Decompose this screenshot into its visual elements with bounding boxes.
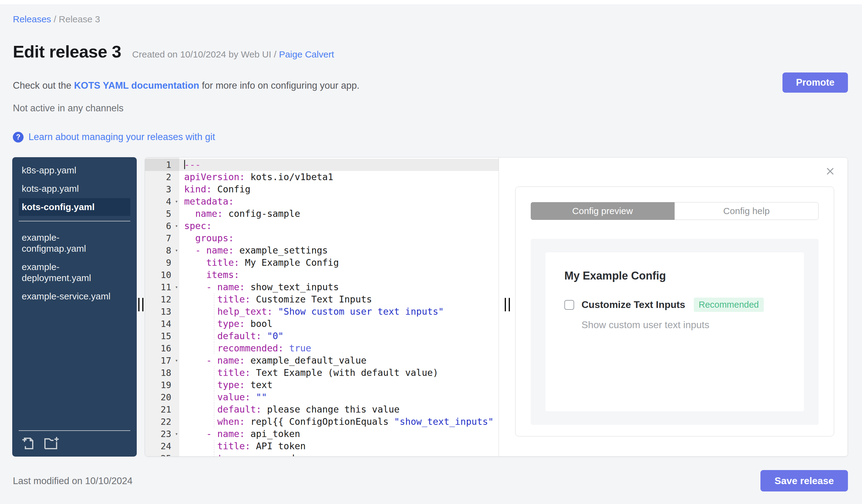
config-group-card: My Example Config Customize Text Inputs …	[545, 252, 804, 411]
code-line: - name: show_text_inputs	[184, 281, 499, 293]
last-modified-text: Last modified on 10/10/2024	[13, 476, 132, 487]
config-option-help-text: Show custom user text inputs	[582, 319, 785, 331]
recommended-badge: Recommended	[694, 297, 764, 312]
code-line: title: My Example Config	[184, 256, 499, 269]
kots-yaml-docs-link[interactable]: KOTS YAML documentation	[74, 80, 199, 91]
fold-caret-icon[interactable]: ▾	[175, 220, 178, 232]
tab-config-preview[interactable]: Config preview	[531, 202, 675, 220]
release-editor-split: k8s-app.yamlkots-app.yamlkots-config.yam…	[12, 157, 848, 456]
file-tree-item-example-configmap.yaml[interactable]: example-configmap.yaml	[19, 229, 130, 257]
new-file-icon[interactable]	[21, 436, 35, 450]
file-tree-sidebar: k8s-app.yamlkots-app.yamlkots-config.yam…	[12, 157, 137, 456]
code-line: type: text	[184, 379, 499, 391]
code-line: type: password	[184, 452, 499, 456]
save-release-button[interactable]: Save release	[760, 470, 848, 491]
gutter-line-number: 24	[145, 440, 179, 452]
gutter-line-number: 1	[145, 159, 179, 171]
docs-text-before: Check out the	[13, 80, 74, 91]
gutter-line-number: 4▾	[145, 196, 179, 208]
file-list: k8s-app.yamlkots-app.yamlkots-config.yam…	[21, 161, 128, 306]
gutter-line-number: 12	[145, 293, 179, 306]
gutter-line-number: 18	[145, 367, 179, 379]
gutter-line-number: 15	[145, 330, 179, 342]
gutter-line-number: 22	[145, 416, 179, 428]
code-line: type: bool	[184, 318, 499, 330]
gutter-line-number: 16	[145, 342, 179, 355]
pane-resize-handle-right[interactable]	[505, 298, 510, 311]
gutter-line-number: 5	[145, 208, 179, 220]
gutter-line-number: 21	[145, 403, 179, 416]
code-line: spec:	[184, 220, 499, 232]
fold-caret-icon[interactable]: ▾	[175, 281, 178, 293]
breadcrumb-separator: /	[53, 14, 59, 24]
config-preview-stage: My Example Config Customize Text Inputs …	[531, 239, 819, 425]
breadcrumb-releases-link[interactable]: Releases	[13, 14, 51, 24]
editor-preview-container: 1234▾56▾78▾91011▾121314151617▾1819202122…	[145, 157, 848, 456]
code-line: recommended: true	[184, 342, 499, 355]
gutter-line-number: 17▾	[145, 355, 179, 367]
code-line: title: API token	[184, 440, 499, 452]
file-list-divider	[19, 221, 130, 222]
close-icon[interactable]	[824, 165, 836, 177]
config-group-title: My Example Config	[564, 269, 785, 282]
file-tree-item-k8s-app.yaml[interactable]: k8s-app.yaml	[19, 161, 130, 179]
page-title: Edit release 3	[13, 42, 121, 62]
created-text: Created on 10/10/2024 by Web UI /	[132, 49, 276, 59]
gutter-line-number: 7	[145, 232, 179, 244]
git-releases-link[interactable]: Learn about managing your releases with …	[28, 132, 215, 143]
gutter-line-number: 11▾	[145, 281, 179, 293]
code-line: ---	[179, 159, 499, 171]
fold-caret-icon[interactable]: ▾	[175, 428, 178, 440]
author-link[interactable]: Paige Calvert	[279, 49, 334, 59]
fold-caret-icon[interactable]: ▾	[175, 355, 178, 367]
code-line: - name: example_settings	[184, 244, 499, 256]
editor-gutter: 1234▾56▾78▾91011▾121314151617▾1819202122…	[145, 158, 179, 456]
pane-resize-handle-left[interactable]	[138, 298, 143, 311]
yaml-editor: 1234▾56▾78▾91011▾121314151617▾1819202122…	[145, 158, 499, 456]
file-tree-item-example-deployment.yaml[interactable]: example-deployment.yaml	[19, 258, 130, 287]
new-folder-icon[interactable]	[44, 436, 60, 450]
code-line: when: repl{{ ConfigOptionEquals "show_te…	[184, 416, 499, 428]
breadcrumb-current: Release 3	[59, 14, 100, 24]
config-preview-card: Config preview Config help My Example Co…	[515, 187, 834, 436]
code-line: - name: example_default_value	[184, 355, 499, 367]
file-tree-item-kots-config.yaml[interactable]: kots-config.yaml	[19, 198, 130, 216]
tab-config-help[interactable]: Config help	[675, 202, 819, 220]
gutter-line-number: 10	[145, 269, 179, 281]
top-strip	[0, 0, 862, 4]
question-circle-icon: ?	[13, 132, 24, 143]
preview-tabs: Config preview Config help	[531, 202, 819, 220]
fold-caret-icon[interactable]: ▾	[175, 244, 178, 256]
gutter-line-number: 8▾	[145, 244, 179, 256]
code-line: default: please change this value	[184, 403, 499, 416]
code-line: metadata:	[184, 196, 499, 208]
code-line: title: Customize Text Inputs	[184, 293, 499, 306]
code-line: value: ""	[184, 391, 499, 403]
gutter-line-number: 19	[145, 379, 179, 391]
config-option-row: Customize Text Inputs Recommended	[564, 297, 785, 312]
gutter-line-number: 25	[145, 452, 179, 456]
code-line: help_text: "Show custom user text inputs…	[184, 306, 499, 318]
customize-text-inputs-checkbox[interactable]	[564, 300, 574, 310]
gutter-line-number: 9	[145, 256, 179, 269]
gutter-line-number: 3	[145, 183, 179, 196]
gutter-line-number: 2	[145, 171, 179, 183]
promote-button[interactable]: Promote	[782, 72, 848, 93]
code-line: title: Text Example (with default value)	[184, 367, 499, 379]
gutter-line-number: 23▾	[145, 428, 179, 440]
created-meta: Created on 10/10/2024 by Web UI / Paige …	[132, 49, 334, 59]
code-line: default: "0"	[184, 330, 499, 342]
file-tree-item-kots-app.yaml[interactable]: kots-app.yaml	[19, 180, 130, 198]
gutter-line-number: 14	[145, 318, 179, 330]
code-line: kind: Config	[184, 183, 499, 196]
code-line: items:	[184, 269, 499, 281]
code-line: name: config-sample	[184, 208, 499, 220]
editor-code[interactable]: ---apiVersion: kots.io/v1beta1kind: Conf…	[179, 158, 499, 456]
title-row: Edit release 3 Created on 10/10/2024 by …	[13, 42, 334, 62]
fold-caret-icon[interactable]: ▾	[175, 196, 178, 208]
code-line: - name: api_token	[184, 428, 499, 440]
docs-text-after: for more info on configuring your app.	[199, 80, 360, 91]
file-tree-item-example-service.yaml[interactable]: example-service.yaml	[19, 288, 130, 305]
gutter-line-number: 13	[145, 306, 179, 318]
channel-status: Not active in any channels	[13, 103, 123, 114]
